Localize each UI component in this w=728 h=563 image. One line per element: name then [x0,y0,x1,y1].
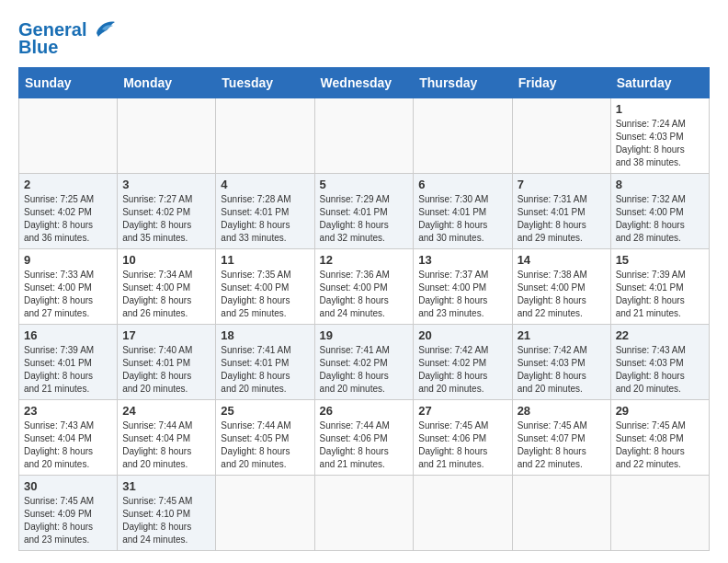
day-number: 6 [418,178,506,191]
calendar-cell: 31Sunrise: 7:45 AM Sunset: 4:10 PM Dayli… [118,476,216,551]
calendar-cell: 20Sunrise: 7:42 AM Sunset: 4:02 PM Dayli… [414,325,512,400]
calendar-cell: 28Sunrise: 7:45 AM Sunset: 4:07 PM Dayli… [512,400,610,476]
day-info: Sunrise: 7:33 AM Sunset: 4:00 PM Dayligh… [24,269,112,320]
calendar-cell: 13Sunrise: 7:37 AM Sunset: 4:00 PM Dayli… [414,249,512,325]
calendar-cell: 2Sunrise: 7:25 AM Sunset: 4:02 PM Daylig… [19,174,118,249]
day-number: 7 [518,178,606,191]
logo: General Blue [18,18,117,58]
calendar-week-row: 30Sunrise: 7:45 AM Sunset: 4:09 PM Dayli… [19,476,710,551]
col-header-saturday: Saturday [610,68,709,98]
day-number: 27 [418,404,506,418]
calendar-cell: 9Sunrise: 7:33 AM Sunset: 4:00 PM Daylig… [19,249,118,325]
day-number: 24 [122,404,210,418]
day-info: Sunrise: 7:39 AM Sunset: 4:01 PM Dayligh… [616,269,704,320]
calendar-cell [414,98,512,174]
calendar-cell: 19Sunrise: 7:41 AM Sunset: 4:02 PM Dayli… [314,325,414,400]
day-info: Sunrise: 7:45 AM Sunset: 4:06 PM Dayligh… [418,419,506,471]
day-number: 1 [616,102,704,116]
day-number: 17 [122,328,210,342]
day-info: Sunrise: 7:41 AM Sunset: 4:01 PM Dayligh… [221,344,309,396]
day-number: 14 [518,253,606,267]
logo-bird-icon [89,17,117,40]
day-number: 11 [221,253,309,267]
day-number: 20 [418,328,506,342]
calendar-week-row: 16Sunrise: 7:39 AM Sunset: 4:01 PM Dayli… [19,325,710,400]
calendar-cell: 18Sunrise: 7:41 AM Sunset: 4:01 PM Dayli… [216,325,314,400]
calendar-cell: 14Sunrise: 7:38 AM Sunset: 4:00 PM Dayli… [512,249,610,325]
header: General Blue [18,18,710,58]
col-header-wednesday: Wednesday [314,68,414,98]
calendar-cell [216,476,314,551]
calendar-cell: 7Sunrise: 7:31 AM Sunset: 4:01 PM Daylig… [512,174,610,249]
col-header-tuesday: Tuesday [216,68,314,98]
day-info: Sunrise: 7:43 AM Sunset: 4:03 PM Dayligh… [616,344,704,396]
calendar-cell [118,98,216,174]
day-info: Sunrise: 7:44 AM Sunset: 4:06 PM Dayligh… [320,419,409,471]
day-info: Sunrise: 7:32 AM Sunset: 4:00 PM Dayligh… [616,193,704,245]
day-number: 16 [24,328,112,342]
day-number: 9 [24,253,112,267]
calendar-cell: 15Sunrise: 7:39 AM Sunset: 4:01 PM Dayli… [610,249,709,325]
day-info: Sunrise: 7:37 AM Sunset: 4:00 PM Dayligh… [418,269,506,320]
day-info: Sunrise: 7:45 AM Sunset: 4:07 PM Dayligh… [518,419,606,471]
calendar-week-row: 9Sunrise: 7:33 AM Sunset: 4:00 PM Daylig… [19,249,710,325]
day-info: Sunrise: 7:35 AM Sunset: 4:00 PM Dayligh… [221,269,309,320]
day-info: Sunrise: 7:31 AM Sunset: 4:01 PM Dayligh… [518,193,606,245]
day-info: Sunrise: 7:44 AM Sunset: 4:05 PM Dayligh… [221,419,309,471]
calendar-cell: 30Sunrise: 7:45 AM Sunset: 4:09 PM Dayli… [19,476,118,551]
calendar-cell: 16Sunrise: 7:39 AM Sunset: 4:01 PM Dayli… [19,325,118,400]
day-info: Sunrise: 7:43 AM Sunset: 4:04 PM Dayligh… [24,419,112,471]
day-number: 2 [24,178,112,191]
calendar-cell [216,98,314,174]
calendar-week-row: 2Sunrise: 7:25 AM Sunset: 4:02 PM Daylig… [19,174,710,249]
calendar-cell [314,98,414,174]
calendar-cell: 6Sunrise: 7:30 AM Sunset: 4:01 PM Daylig… [414,174,512,249]
day-number: 23 [24,404,112,418]
calendar-cell: 26Sunrise: 7:44 AM Sunset: 4:06 PM Dayli… [314,400,414,476]
day-info: Sunrise: 7:28 AM Sunset: 4:01 PM Dayligh… [221,193,309,245]
calendar-week-row: 23Sunrise: 7:43 AM Sunset: 4:04 PM Dayli… [19,400,710,476]
calendar-cell: 21Sunrise: 7:42 AM Sunset: 4:03 PM Dayli… [512,325,610,400]
calendar-cell [414,476,512,551]
day-info: Sunrise: 7:25 AM Sunset: 4:02 PM Dayligh… [24,193,112,245]
col-header-friday: Friday [512,68,610,98]
calendar-cell: 29Sunrise: 7:45 AM Sunset: 4:08 PM Dayli… [610,400,709,476]
day-number: 4 [221,178,309,191]
day-info: Sunrise: 7:38 AM Sunset: 4:00 PM Dayligh… [518,269,606,320]
day-number: 30 [24,479,112,493]
day-info: Sunrise: 7:44 AM Sunset: 4:04 PM Dayligh… [122,419,210,471]
day-number: 22 [616,328,704,342]
day-info: Sunrise: 7:40 AM Sunset: 4:01 PM Dayligh… [122,344,210,396]
day-number: 18 [221,328,309,342]
day-number: 10 [122,253,210,267]
calendar-cell [610,476,709,551]
calendar-week-row: 1Sunrise: 7:24 AM Sunset: 4:03 PM Daylig… [19,98,710,174]
calendar-cell: 4Sunrise: 7:28 AM Sunset: 4:01 PM Daylig… [216,174,314,249]
calendar-cell: 22Sunrise: 7:43 AM Sunset: 4:03 PM Dayli… [610,325,709,400]
day-info: Sunrise: 7:30 AM Sunset: 4:01 PM Dayligh… [418,193,506,245]
day-number: 3 [122,178,210,191]
calendar-cell: 10Sunrise: 7:34 AM Sunset: 4:00 PM Dayli… [118,249,216,325]
calendar-cell: 27Sunrise: 7:45 AM Sunset: 4:06 PM Dayli… [414,400,512,476]
day-number: 28 [518,404,606,418]
calendar-cell: 5Sunrise: 7:29 AM Sunset: 4:01 PM Daylig… [314,174,414,249]
col-header-sunday: Sunday [19,68,118,98]
day-number: 12 [320,253,409,267]
day-number: 29 [616,404,704,418]
day-number: 26 [320,404,409,418]
calendar-cell [314,476,414,551]
day-info: Sunrise: 7:27 AM Sunset: 4:02 PM Dayligh… [122,193,210,245]
day-info: Sunrise: 7:41 AM Sunset: 4:02 PM Dayligh… [320,344,409,396]
calendar-cell: 3Sunrise: 7:27 AM Sunset: 4:02 PM Daylig… [118,174,216,249]
day-info: Sunrise: 7:42 AM Sunset: 4:02 PM Dayligh… [418,344,506,396]
calendar-cell: 11Sunrise: 7:35 AM Sunset: 4:00 PM Dayli… [216,249,314,325]
day-number: 13 [418,253,506,267]
col-header-thursday: Thursday [414,68,512,98]
day-number: 5 [320,178,409,191]
calendar-cell: 17Sunrise: 7:40 AM Sunset: 4:01 PM Dayli… [118,325,216,400]
day-number: 25 [221,404,309,418]
calendar-header-row: SundayMondayTuesdayWednesdayThursdayFrid… [19,68,710,98]
day-number: 31 [122,479,210,493]
day-number: 8 [616,178,704,191]
calendar-cell [19,98,118,174]
